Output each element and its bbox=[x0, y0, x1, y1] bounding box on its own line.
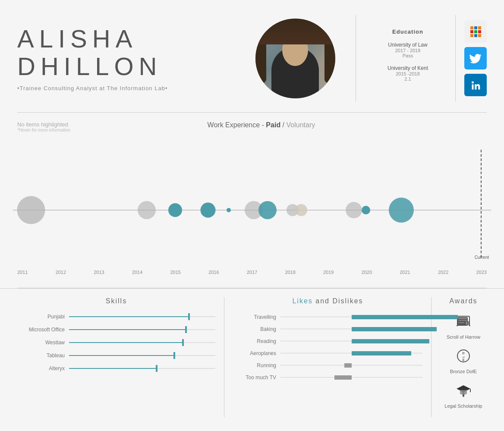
education-block: Education University of Law 2017 - 2018 … bbox=[369, 24, 447, 93]
likes-positive-travelling bbox=[352, 315, 458, 319]
timeline-bubble-2015b[interactable] bbox=[201, 203, 216, 218]
timeline-bubble-2020b[interactable] bbox=[362, 206, 370, 214]
year-2011: 2011 bbox=[17, 270, 28, 275]
skill-bar-westlaw bbox=[69, 342, 215, 343]
edu-school-2: University of Kent bbox=[369, 65, 447, 71]
year-2019: 2019 bbox=[323, 270, 334, 275]
year-2020: 2020 bbox=[362, 270, 372, 275]
likes-bar-running bbox=[280, 362, 422, 369]
top-section: ALISHA DHILLON •Trainee Consulting Analy… bbox=[0, 0, 504, 112]
skill-row-msoffice: Microsoft Office bbox=[17, 327, 215, 333]
first-name-text: ALISHA bbox=[17, 25, 137, 53]
likes-row-aeroplanes: Aeroplanes bbox=[233, 350, 422, 357]
timeline-bubble-2018b[interactable] bbox=[295, 204, 307, 216]
profile-photo-area bbox=[248, 19, 343, 98]
svg-text:D: D bbox=[462, 352, 464, 355]
linkedin-icon-button[interactable] bbox=[464, 74, 487, 96]
likes-negative-running bbox=[344, 363, 351, 368]
skill-marker-alteryx bbox=[156, 365, 158, 372]
center-line bbox=[280, 365, 422, 365]
svg-rect-2 bbox=[458, 320, 467, 321]
likes-bar-travelling bbox=[280, 314, 422, 321]
likes-label-reading: Reading bbox=[233, 338, 276, 344]
likes-row-baking: Baking bbox=[233, 326, 422, 333]
name-block: ALISHA DHILLON •Trainee Consulting Analy… bbox=[17, 25, 248, 92]
skill-marker-msoffice bbox=[185, 326, 187, 333]
timeline-bubble-2015a[interactable] bbox=[168, 203, 182, 217]
year-2013: 2013 bbox=[94, 270, 104, 275]
skill-bar-tableau bbox=[69, 355, 215, 356]
svg-rect-1 bbox=[458, 318, 467, 319]
likes-row-running: Running bbox=[233, 362, 422, 369]
skill-label-msoffice: Microsoft Office bbox=[17, 327, 65, 333]
skill-fill-msoffice bbox=[69, 329, 186, 330]
work-exp-sep: / bbox=[280, 121, 286, 129]
skill-fill-punjabi bbox=[69, 316, 189, 317]
timeline-bubble-2014a[interactable] bbox=[138, 201, 156, 219]
likes-label-baking: Baking bbox=[233, 326, 276, 332]
skill-label-punjabi: Punjabi bbox=[17, 314, 65, 320]
timeline-year-labels: 2011 2012 2013 2014 2015 2016 2017 2018 … bbox=[13, 270, 491, 275]
likes-label-running: Running bbox=[233, 362, 276, 368]
bottom-section: Skills Punjabi Microsoft Office Westlaw bbox=[0, 288, 504, 426]
year-2015: 2015 bbox=[170, 270, 181, 275]
likes-word: Likes bbox=[292, 297, 312, 305]
dofe-icon: D of E bbox=[456, 348, 471, 367]
likes-bar-baking bbox=[280, 326, 422, 333]
work-exp-label: Work Experience - bbox=[208, 121, 266, 129]
timeline-section: No items highlighted *Hover for more inf… bbox=[0, 113, 504, 288]
awards-heading: Awards bbox=[440, 297, 487, 305]
timeline-bubble-2020a[interactable] bbox=[346, 202, 362, 218]
twitter-svg bbox=[469, 52, 482, 65]
award-legal-scholarship: Legal Scholarship bbox=[440, 383, 487, 409]
edu-school-1: University of Law bbox=[369, 42, 447, 48]
skill-marker-tableau bbox=[173, 352, 175, 359]
edu-years-1: 2017 - 2018 bbox=[369, 48, 447, 53]
mortarboard-icon bbox=[456, 383, 471, 401]
divider-social bbox=[455, 15, 456, 101]
skill-label-alteryx: Alteryx bbox=[17, 365, 65, 371]
no-items-sub: *Hover for more information bbox=[17, 128, 70, 132]
award-label-scroll: Scroll of Harrow bbox=[447, 334, 480, 340]
skills-heading: Skills bbox=[17, 297, 215, 305]
svg-rect-13 bbox=[470, 389, 471, 392]
scroll-icon bbox=[456, 314, 471, 332]
svg-text:E: E bbox=[463, 359, 465, 362]
likes-row-toomutchtv: Too much TV bbox=[233, 374, 422, 381]
timeline-bubble-2011[interactable] bbox=[17, 196, 45, 224]
timeline-bubble-2017b[interactable] bbox=[258, 201, 277, 219]
skill-fill-tableau bbox=[69, 355, 174, 356]
likes-bar-aeroplanes bbox=[280, 350, 422, 357]
timeline-chart: Current 2011 2012 2013 2014 2015 2 bbox=[13, 141, 491, 279]
skill-marker-punjabi bbox=[188, 313, 190, 320]
timeline-bubble-2021[interactable] bbox=[389, 198, 414, 223]
year-2016: 2016 bbox=[208, 270, 219, 275]
work-exp-voluntary: Voluntary bbox=[287, 121, 315, 129]
skill-row-westlaw: Westlaw bbox=[17, 340, 215, 346]
likes-label-aeroplanes: Aeroplanes bbox=[233, 350, 276, 356]
center-line bbox=[280, 377, 422, 378]
likes-positive-aeroplanes bbox=[352, 351, 411, 355]
likes-bar-reading bbox=[280, 338, 422, 345]
skills-section: Skills Punjabi Microsoft Office Westlaw bbox=[17, 297, 224, 417]
divider-education bbox=[356, 15, 356, 101]
timeline-bubble-2016[interactable] bbox=[227, 208, 231, 212]
year-2022: 2022 bbox=[438, 270, 448, 275]
twitter-icon-button[interactable] bbox=[464, 47, 487, 69]
likes-bar-toomutchtv bbox=[280, 374, 422, 381]
likes-positive-baking bbox=[352, 327, 437, 331]
no-items-main: No items highlighted bbox=[17, 121, 70, 128]
subtitle: •Trainee Consulting Analyst at The Infor… bbox=[17, 85, 230, 91]
skill-fill-alteryx bbox=[69, 368, 157, 369]
timeline-header: No items highlighted *Hover for more inf… bbox=[17, 121, 487, 132]
year-2012: 2012 bbox=[56, 270, 66, 275]
svg-rect-3 bbox=[458, 322, 464, 323]
likes-suffix: and Dislikes bbox=[313, 297, 363, 305]
tableau-icon-button[interactable] bbox=[464, 20, 487, 43]
linkedin-svg bbox=[469, 79, 482, 91]
skill-bar-punjabi bbox=[69, 316, 215, 318]
work-exp-title: Work Experience - Paid / Voluntary bbox=[70, 121, 487, 129]
year-2018: 2018 bbox=[285, 270, 295, 275]
profile-photo-inner bbox=[255, 19, 335, 98]
svg-point-12 bbox=[463, 395, 464, 397]
